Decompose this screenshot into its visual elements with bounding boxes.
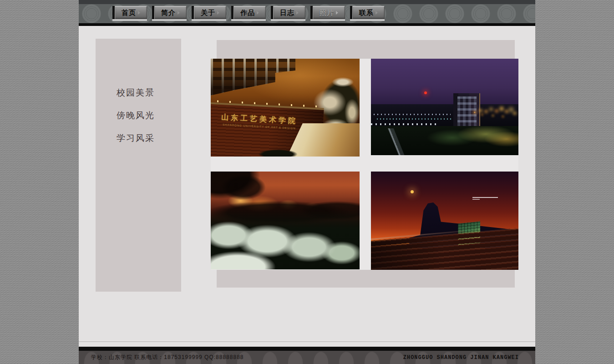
footer-copyright-text: ZHONGGUO SHANDONG JINAN KANGWEI [403,354,519,361]
nav-item-about[interactable]: 关于 [192,6,226,19]
nav-body: 简介 [154,6,187,19]
p4-moon-dot [411,190,414,193]
arrow-right-icon [178,11,180,15]
p2-road-layer [371,128,427,155]
sidebar-link-list: 校园美景 傍晚风光 学习风采 [96,39,181,143]
sidebar-item-campus-scenery[interactable]: 校园美景 [117,88,181,97]
nav-label: 作品 [240,9,255,16]
p4-railing-line [371,231,464,241]
arrow-right-icon [257,11,259,15]
photo-thumbnail-snow-bushes[interactable] [211,172,360,269]
photo-thumbnail-campus-gate[interactable]: 山东工艺美术学院 SHANDONG UNIVERSITY OF ART & DE… [211,59,360,157]
nav-item-contact[interactable]: 联系 [350,6,385,19]
p4-tiny-caption-lines [472,197,498,198]
arrow-right-icon [296,11,299,15]
nav-item-home[interactable]: 首页 [112,6,147,19]
page-container: 首页 简介 关于 作品 [79,0,535,364]
sidebar-item-evening-scenery[interactable]: 傍晚风光 [117,111,181,120]
p2-red-light-dot [424,91,427,94]
p2-window-row [377,118,462,120]
p2-streetlights-layer [474,112,475,113]
footer-contact-info: 学校：山东学院 联系电话：18753199999 QQ:88888888 [91,354,244,361]
p2-window-row [371,123,439,125]
nav-label: 关于 [201,9,215,16]
main-navigation: 首页 简介 关于 作品 [79,4,535,23]
arrow-right-icon [217,11,219,15]
nav-label: 首页 [122,9,136,16]
nav-body: 首页 [115,6,147,19]
p2-window-row [374,114,450,115]
nav-label: 联系 [359,9,374,16]
nav-label: 简介 [161,9,176,16]
content-bottom-divider [79,342,535,343]
nav-item-intro[interactable]: 简介 [152,6,187,19]
photo-thumbnail-amphitheater[interactable] [371,172,518,270]
p3-snowy-bushes-layer [211,211,360,269]
nav-item-blog[interactable]: 日志 [271,6,305,19]
p1-dark-bush-layer [253,135,303,157]
nav-label: 日志 [280,9,294,16]
nav-body: 作品 [233,6,266,19]
nav-body: 日志 [273,6,305,19]
photo-grid: 山东工艺美术学院 SHANDONG UNIVERSITY OF ART & DE… [211,59,518,270]
sidebar-item-study-style[interactable]: 学习风采 [117,133,181,143]
photo-thumbnail-night-buildings[interactable] [371,59,518,155]
nav-body: 照片 [313,6,345,19]
footer-top-black-strip [79,347,535,351]
nav-row: 首页 简介 关于 作品 [79,4,535,19]
footer: 学校：山东学院 联系电话：18753199999 QQ:88888888 ZHO… [79,351,535,364]
nav-label: 照片 [320,9,334,16]
sidebar: 校园美景 傍晚风光 学习风采 [96,39,181,292]
arrow-right-icon [138,11,140,15]
nav-item-works[interactable]: 作品 [231,6,266,19]
main-content: 校园美景 傍晚风光 学习风采 山东工艺美术学院 SHANDONG UNIVERS… [79,26,535,347]
nav-item-photos[interactable]: 照片 [310,6,345,19]
arrow-right-icon [376,11,378,15]
nav-body: 关于 [194,6,226,19]
arrow-right-icon [336,11,338,15]
top-dark-strip [79,0,535,4]
nav-body: 联系 [352,6,385,19]
